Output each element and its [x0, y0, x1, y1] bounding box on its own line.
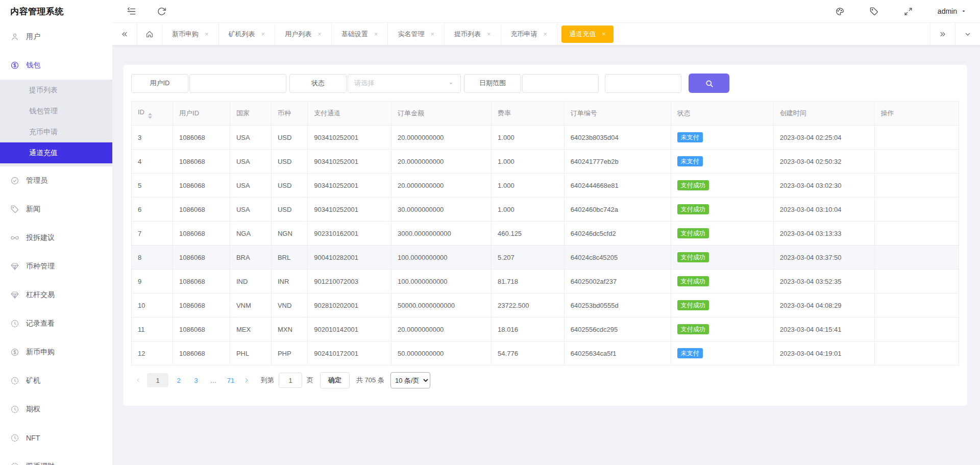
sidebar-item-coin-manage[interactable]: 币种管理 — [0, 252, 112, 281]
sidebar-item-nft[interactable]: NFT — [0, 424, 112, 452]
theme-palette-icon[interactable] — [835, 7, 845, 16]
tab-user-list[interactable]: 用户列表× — [275, 23, 332, 45]
tabs-scroll-left-button[interactable] — [112, 23, 137, 45]
tab-realname-manage[interactable]: 实名管理× — [388, 23, 445, 45]
next-page-button[interactable] — [239, 373, 254, 387]
cell-rate: 1.000 — [492, 174, 565, 198]
cell-country: USA — [230, 174, 271, 198]
sidebar-item-miner[interactable]: 矿机 — [0, 366, 112, 395]
refresh-icon[interactable] — [157, 7, 166, 16]
date-start-input[interactable] — [522, 74, 599, 93]
jump-page-input[interactable] — [279, 373, 302, 388]
page-size-select[interactable]: 10 条/页 — [390, 372, 430, 388]
col-label: 支付通道 — [314, 109, 340, 117]
cell-created-at: 2023-03-04 03:10:04 — [773, 198, 874, 222]
fullscreen-icon[interactable] — [903, 7, 913, 16]
cell-country: USA — [230, 198, 271, 222]
status-badge: 支付成功 — [677, 252, 709, 262]
date-end-input[interactable] — [605, 74, 681, 93]
admin-dropdown[interactable]: admin — [938, 7, 967, 15]
close-tab-icon[interactable]: × — [261, 31, 265, 37]
tabs-menu-button[interactable] — [955, 23, 980, 45]
close-tab-icon[interactable]: × — [205, 31, 209, 37]
sort-icon[interactable] — [148, 113, 152, 119]
cell-actions — [874, 341, 959, 365]
tab-channel-recharge[interactable]: 通道充值× — [561, 26, 614, 43]
cell-value: NGN — [278, 230, 292, 237]
cell-id: 4 — [132, 150, 173, 174]
close-tab-icon[interactable]: × — [487, 31, 491, 37]
close-tab-icon[interactable]: × — [317, 31, 322, 37]
col-id[interactable]: ID — [132, 102, 173, 126]
search-button[interactable] — [689, 74, 729, 93]
cell-created-at: 2023-03-04 03:37:50 — [773, 246, 874, 270]
sidebar-item-leverage-trade[interactable]: 杠杆交易 — [0, 281, 112, 309]
sidebar-item-label: 投拆建议 — [26, 233, 55, 242]
tag-icon[interactable] — [869, 7, 879, 16]
cell-value: 6 — [138, 206, 141, 213]
cell-value: 900410282001 — [314, 254, 358, 261]
cell-id: 8 — [132, 246, 173, 270]
close-tab-icon[interactable]: × — [544, 31, 548, 37]
close-tab-icon[interactable]: × — [430, 31, 434, 37]
page-button[interactable]: 2 — [172, 373, 186, 387]
sidebar-item-label: 币种管理 — [26, 262, 55, 271]
cell-user-id: 1086068 — [173, 270, 230, 293]
tab-miner-list[interactable]: 矿机列表× — [219, 23, 276, 45]
cell-channel: 900410282001 — [308, 246, 391, 270]
confirm-jump-button[interactable]: 确定 — [320, 372, 350, 388]
cell-value: 2023-03-04 02:25:04 — [780, 134, 842, 141]
sidebar-item-new-coin-subscribe[interactable]: 新币申购 — [0, 338, 112, 366]
sidebar-item-feedback[interactable]: 投拆建议 — [0, 224, 112, 252]
cell-country: NGA — [230, 222, 271, 246]
collapse-sidebar-icon[interactable] — [127, 7, 136, 16]
sidebar-submenu: 提币列表钱包管理充币申请通道充值 — [0, 80, 112, 166]
sidebar-item-admin[interactable]: 管理员 — [0, 166, 112, 195]
col-channel: 支付通道 — [308, 102, 391, 126]
sidebar-item-news[interactable]: 新闻 — [0, 195, 112, 224]
sidebar-item-options[interactable]: 期权 — [0, 395, 112, 424]
sidebar-item-wallet[interactable]: 钱包 — [0, 51, 112, 80]
prev-page-button[interactable] — [131, 373, 145, 387]
cell-value: 20.0000000000 — [398, 326, 444, 333]
user-icon — [10, 32, 19, 41]
navbar-left-icons — [127, 7, 166, 16]
cell-value: 20.0000000000 — [398, 182, 444, 189]
page-button[interactable]: 71 — [224, 373, 238, 387]
sidebar-item-label: 钱包 — [26, 61, 40, 70]
sidebar-item-user[interactable]: 用户 — [0, 22, 112, 51]
sidebar-subitem-channel-recharge[interactable]: 通道充值 — [0, 142, 112, 163]
sidebar-subitem-withdraw-list[interactable]: 提币列表 — [0, 80, 112, 101]
col-user-id: 用户ID — [173, 102, 230, 126]
close-tab-icon[interactable]: × — [374, 31, 378, 37]
tab-withdraw-list[interactable]: 提币列表× — [445, 23, 501, 45]
cell-value: 64023b8035d04 — [571, 134, 619, 141]
tab-new-coin-subscribe[interactable]: 新币申购× — [162, 23, 219, 45]
sidebar-item-dual-invest[interactable]: 双币理财 — [0, 452, 112, 465]
cell-value: 1086068 — [179, 302, 205, 309]
col-label: 订单金额 — [398, 109, 424, 117]
sidebar-item-label: 矿机 — [26, 376, 40, 385]
status-badge: 支付成功 — [677, 228, 709, 238]
tab-deposit-apply[interactable]: 充币申请× — [501, 23, 558, 45]
cell-amount: 50.0000000000 — [391, 341, 491, 365]
close-tab-icon[interactable]: × — [602, 31, 606, 37]
home-tab-button[interactable] — [137, 23, 162, 45]
cell-user-id: 1086068 — [173, 174, 230, 198]
sidebar-item-records[interactable]: 记录查看 — [0, 309, 112, 338]
status-select[interactable]: 请选择 — [348, 74, 461, 93]
cell-value: 81.718 — [498, 278, 518, 285]
sidebar-subitem-label: 充币申请 — [29, 128, 58, 137]
page-button[interactable]: 3 — [189, 373, 203, 387]
cell-value: 20.0000000000 — [398, 134, 444, 141]
cell-status: 支付成功 — [671, 174, 773, 198]
sidebar-subitem-deposit-apply[interactable]: 充币申请 — [0, 121, 112, 142]
sidebar-subitem-wallet-manage[interactable]: 钱包管理 — [0, 101, 112, 121]
cell-actions — [874, 270, 959, 293]
cell-value: 902310162001 — [314, 230, 358, 237]
user-id-input[interactable] — [189, 74, 286, 93]
tabs-scroll-right-button[interactable] — [930, 23, 955, 45]
cell-created-at: 2023-03-04 04:15:41 — [773, 317, 874, 341]
tab-basic-settings[interactable]: 基础设置× — [332, 23, 388, 45]
top-navbar: admin — [112, 0, 980, 22]
